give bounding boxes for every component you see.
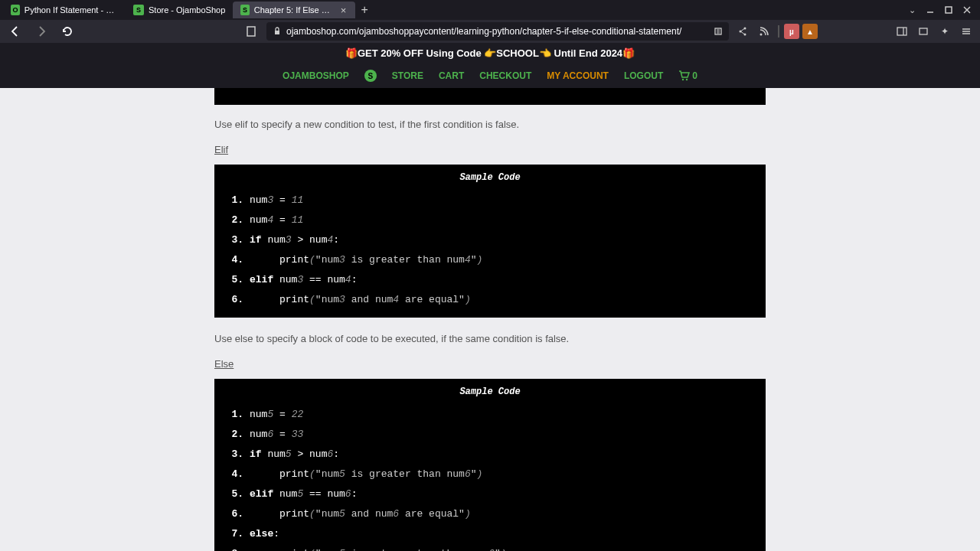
back-button[interactable] (5, 21, 26, 41)
code-block-elif: Sample Code 1.num3 = 11 2.num4 = 11 3.if… (214, 165, 766, 318)
extension-panel-icon[interactable] (914, 22, 933, 41)
favicon: S (133, 5, 144, 15)
svg-line-14 (741, 32, 744, 34)
reload-button[interactable] (57, 21, 78, 41)
cart-count: 0 (692, 70, 697, 81)
nav-brand[interactable]: OJAMBOSHOP (283, 70, 349, 81)
elif-link[interactable]: Elif (214, 144, 766, 155)
rss-icon[interactable] (755, 22, 773, 41)
bookmark-icon[interactable] (240, 21, 262, 41)
promo-banner: 🎁GET 20% OFF Using Code 👉SCHOOL👈 Until E… (0, 43, 980, 64)
nav-logout[interactable]: LOGOUT (624, 70, 663, 81)
separator (778, 25, 779, 37)
url-text: ojamboshop.com/ojamboshoppaycontent/lear… (286, 26, 709, 37)
svg-line-13 (741, 29, 744, 31)
close-window-button[interactable] (960, 3, 974, 17)
extension-icon-2[interactable]: ▲ (802, 24, 818, 39)
minimize-button[interactable] (923, 3, 937, 17)
page-viewport[interactable]: 🎁GET 20% OFF Using Code 👉SCHOOL👈 Until E… (0, 43, 980, 551)
toolbar-right: µ ▲ (733, 22, 818, 41)
tab-inactive-1[interactable]: O Python If Statement - Ojambo (3, 2, 126, 18)
paragraph-else: Use else to specify a block of code to b… (214, 333, 766, 344)
cart-icon (678, 70, 691, 81)
tab-title: Python If Statement - Ojambo (24, 5, 118, 15)
sparkle-icon[interactable]: ✦ (936, 22, 954, 41)
svg-point-15 (760, 34, 763, 36)
previous-code-block-tail (214, 88, 766, 105)
code-title: Sample Code (225, 386, 755, 397)
forward-button[interactable] (31, 21, 52, 41)
reader-icon[interactable] (714, 27, 723, 36)
svg-rect-4 (247, 27, 255, 36)
toolbar: ojamboshop.com/ojamboshoppaycontent/lear… (0, 20, 980, 43)
code-title: Sample Code (225, 172, 755, 183)
svg-point-22 (682, 79, 684, 80)
svg-rect-5 (275, 31, 279, 34)
svg-rect-16 (897, 28, 906, 35)
menu-icon[interactable] (957, 22, 975, 41)
tab-inactive-2[interactable]: S Store - OjamboShop (126, 2, 233, 18)
chevron-down-icon[interactable]: ⌄ (905, 3, 919, 17)
tab-active[interactable]: S Chapter 5: If Else Conditio × (233, 2, 355, 18)
maximize-button[interactable] (942, 3, 956, 17)
logo-icon: S (364, 70, 377, 82)
sidebar-icon[interactable] (893, 22, 911, 41)
lock-icon (273, 27, 282, 36)
window-controls: ⌄ (905, 3, 977, 17)
svg-rect-1 (946, 7, 952, 13)
nav-store[interactable]: STORE (392, 70, 423, 81)
nav-account[interactable]: MY ACCOUNT (547, 70, 609, 81)
favicon: O (11, 5, 20, 15)
url-bar[interactable]: ojamboshop.com/ojamboshoppaycontent/lear… (266, 22, 729, 41)
tab-bar: O Python If Statement - Ojambo S Store -… (0, 0, 980, 20)
paragraph-elif: Use elif to specify a new condition to t… (214, 119, 766, 130)
close-icon[interactable]: × (339, 5, 348, 15)
favicon: S (240, 5, 249, 15)
code-block-else: Sample Code 1.num5 = 22 2.num6 = 33 3.if… (214, 379, 766, 551)
tab-title: Chapter 5: If Else Conditio (254, 5, 335, 15)
main-content: Use elif to specify a new condition to t… (214, 88, 766, 551)
cart-status[interactable]: 0 (678, 70, 697, 81)
extension-icon-1[interactable]: µ (784, 24, 799, 39)
nav-cart[interactable]: CART (439, 70, 464, 81)
share-icon[interactable] (733, 22, 752, 41)
nav-checkout[interactable]: CHECKOUT (479, 70, 531, 81)
new-tab-button[interactable]: + (355, 1, 374, 19)
svg-point-23 (686, 79, 688, 80)
else-link[interactable]: Else (214, 358, 766, 370)
site-nav: OJAMBOSHOP S STORE CART CHECKOUT MY ACCO… (0, 64, 980, 88)
svg-rect-18 (920, 28, 927, 34)
tab-title: Store - OjamboShop (149, 5, 225, 15)
